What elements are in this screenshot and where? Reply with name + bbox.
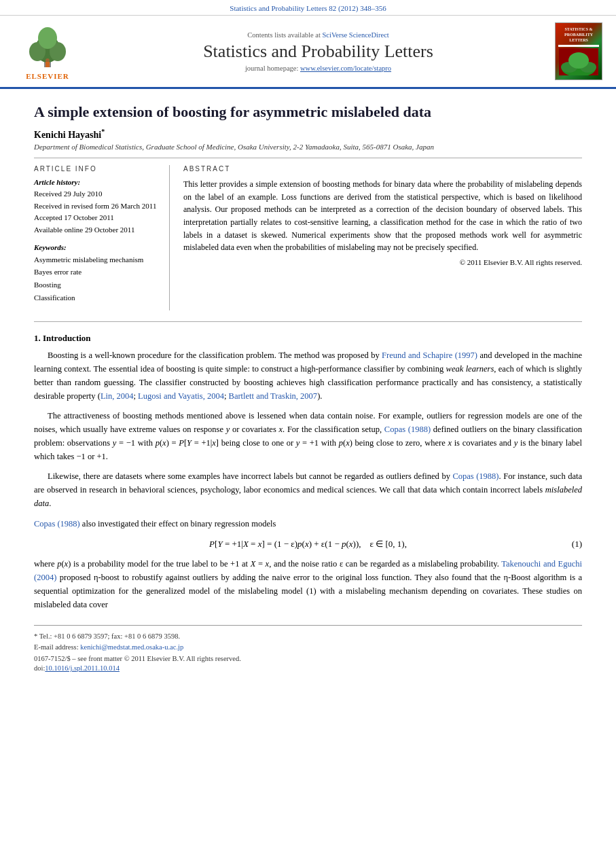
main-content: A simple extension of boosting for asymm… [0, 89, 616, 685]
section-divider-1 [34, 321, 582, 322]
journal-homepage: journal homepage: www.elsevier.com/locat… [88, 65, 548, 72]
equation-1-number: (1) [572, 539, 582, 550]
link-copas-1988-p3[interactable]: Copas (1988) [452, 471, 499, 481]
svg-point-4 [38, 27, 57, 49]
cover-title: STATISTICS & PROBABILITY LETTERS [564, 27, 593, 43]
article-info-column: ARTICLE INFO Article history: Received 2… [34, 165, 170, 310]
author-footnote-marker: * [101, 128, 105, 135]
link-freund-schapire[interactable]: Freund and Schapire (1997) [382, 351, 477, 360]
sciverse-link[interactable]: SciVerse ScienceDirect [322, 31, 388, 39]
elsevier-logo: ELSEVIER [14, 23, 81, 80]
link-bartlett-traskin[interactable]: Bartlett and Traskin, 2007 [229, 391, 318, 401]
keywords-label: Keywords: [34, 243, 159, 251]
sciverse-line: Contents lists available at SciVerse Sci… [88, 31, 548, 39]
abstract-column: ABSTRACT This letter provides a simple e… [183, 165, 582, 310]
keywords-section: Keywords: Asymmetric mislabeling mechani… [34, 243, 159, 304]
journal-reference-bar: Statistics and Probability Letters 82 (2… [0, 0, 616, 16]
journal-header: ELSEVIER Contents lists available at Sci… [0, 16, 616, 89]
history-accepted: Accepted 17 October 2011 [34, 212, 159, 224]
section-1-para-5: where p(x) is a probability model for th… [34, 558, 582, 611]
svg-rect-6 [46, 62, 50, 67]
footnote-divider [34, 625, 582, 626]
history-label: Article history: [34, 178, 159, 186]
abstract-text: This letter provides a simple extension … [183, 178, 582, 254]
keyword-1: Asymmetric mislabeling mechanism [34, 253, 159, 266]
link-takenouchi-eguchi[interactable]: Takenouchi and Eguchi (2004) [34, 559, 582, 582]
section-1-para-4-intro: Copas (1988) also investigated their eff… [34, 518, 582, 531]
link-copas-1988-p2[interactable]: Copas (1988) [384, 425, 431, 434]
article-info-abstract-section: ARTICLE INFO Article history: Received 2… [34, 165, 582, 310]
keyword-4: Classification [34, 291, 159, 304]
journal-title-main: Statistics and Probability Letters [88, 41, 548, 62]
svg-point-11 [568, 52, 589, 69]
homepage-link[interactable]: www.elsevier.com/locate/stapro [300, 65, 391, 72]
section-1-para-2: The attractiveness of boosting methods m… [34, 410, 582, 463]
sciverse-prefix: Contents lists available at [247, 31, 322, 39]
copyright-line: 0167-7152/$ – see front matter © 2011 El… [34, 655, 582, 662]
footnote-star: * Tel.: +81 0 6 6879 3597; fax: +81 0 6 … [34, 631, 582, 642]
journal-title-block: Contents lists available at SciVerse Sci… [88, 31, 548, 72]
abstract-copyright: © 2011 Elsevier B.V. All rights reserved… [183, 258, 582, 266]
journal-cover-image: STATISTICS & PROBABILITY LETTERS [555, 22, 602, 80]
equation-1-block: P[Y = +1|X = x] = (1 − ε)p(x) + ε(1 − p(… [34, 539, 582, 550]
article-info-heading: ARTICLE INFO [34, 165, 159, 173]
abstract-heading: ABSTRACT [183, 165, 582, 173]
email-link[interactable]: kenichi@medstat.med.osaka-u.ac.jp [80, 643, 183, 651]
cover-art-icon [559, 48, 598, 75]
link-copas-1988-p4[interactable]: Copas (1988) [34, 519, 80, 529]
article-title: A simple extension of boosting for asymm… [34, 103, 582, 122]
section-1-title: 1. Introduction [34, 333, 582, 344]
link-lugosi-vayatis[interactable]: Lugosi and Vayatis, 2004 [138, 391, 224, 401]
elsevier-tree-icon [24, 23, 71, 71]
doi-line: doi:10.1016/j.spl.2011.10.014 [34, 664, 582, 672]
link-lin-2004[interactable]: Lin, 2004 [101, 391, 134, 401]
equation-1-content: P[Y = +1|X = x] = (1 − ε)p(x) + ε(1 − p(… [209, 539, 407, 550]
section-1-para-1: Boosting is a well-known procedure for t… [34, 349, 582, 403]
keyword-3: Boosting [34, 279, 159, 291]
article-history-section: Article history: Received 29 July 2010 R… [34, 178, 159, 236]
doi-link[interactable]: 10.1016/j.spl.2011.10.014 [45, 664, 120, 672]
footnote-email: E-mail address: kenichi@medstat.med.osak… [34, 642, 582, 653]
section-1-para-3: Likewise, there are datasets where some … [34, 470, 582, 510]
history-available: Available online 29 October 2011 [34, 224, 159, 236]
history-received2: Received in revised form 26 March 2011 [34, 200, 159, 213]
journal-ref-text: Statistics and Probability Letters 82 (2… [230, 4, 386, 12]
history-received1: Received 29 July 2010 [34, 188, 159, 200]
keyword-2: Bayes error rate [34, 266, 159, 279]
homepage-prefix: journal homepage: [245, 65, 300, 72]
author-name: Kenichi Hayashi* [34, 128, 582, 141]
affiliation: Department of Biomedical Statistics, Gra… [34, 143, 582, 151]
elsevier-wordmark: ELSEVIER [26, 72, 69, 80]
article-divider [34, 158, 582, 158]
